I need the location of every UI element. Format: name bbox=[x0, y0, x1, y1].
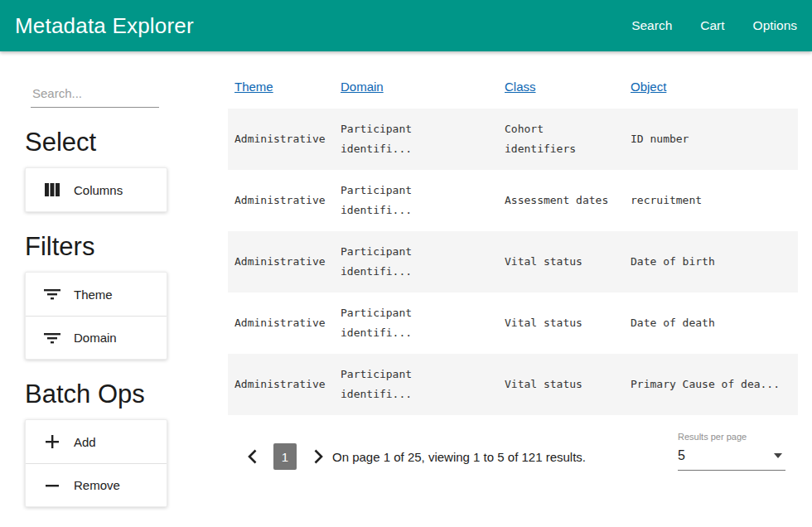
nav-cart[interactable]: Cart bbox=[700, 18, 724, 33]
filter-theme-label: Theme bbox=[74, 288, 113, 302]
table-row[interactable]: Administrative Participant identifi... A… bbox=[228, 170, 798, 231]
cell-theme: Administrative bbox=[228, 375, 334, 394]
cell-domain: Participant identifi... bbox=[334, 119, 440, 159]
columns-label: Columns bbox=[74, 183, 123, 197]
dropdown-arrow-icon bbox=[774, 453, 782, 458]
batch-add-label: Add bbox=[74, 435, 96, 449]
pagination-bar: 1 On page 1 of 25, viewing 1 to 5 of 121… bbox=[228, 430, 798, 496]
select-card: Columns bbox=[25, 167, 167, 212]
app-header: Metadata Explorer Search Cart Options bbox=[0, 0, 812, 51]
table-header-row: Theme Domain Class Object bbox=[228, 73, 798, 109]
cell-domain: Participant identifi... bbox=[334, 181, 440, 220]
cell-class: Assessment dates bbox=[498, 191, 616, 210]
cell-object: recruitment bbox=[624, 191, 798, 210]
columns-button[interactable]: Columns bbox=[26, 168, 167, 211]
results-per-page: Results per page 5 bbox=[678, 432, 785, 471]
cell-object: ID number bbox=[624, 129, 798, 149]
cell-domain: Participant identifi... bbox=[334, 303, 440, 343]
section-title-batch-ops: Batch Ops bbox=[25, 378, 167, 411]
search-input[interactable] bbox=[31, 83, 159, 108]
batch-remove-label: Remove bbox=[74, 478, 120, 492]
cell-class: Vital status bbox=[498, 375, 616, 394]
cell-domain: Participant identifi... bbox=[334, 242, 440, 282]
pagination-status: On page 1 of 25, viewing 1 to 5 of 121 r… bbox=[228, 450, 690, 464]
sort-column-domain[interactable]: Domain bbox=[334, 73, 384, 94]
nav-options[interactable]: Options bbox=[753, 18, 797, 33]
cell-class: Cohort identifiers bbox=[498, 119, 616, 159]
filters-card: Theme Domain bbox=[25, 272, 167, 360]
sidebar: Select Columns Filters Theme bbox=[25, 83, 167, 507]
cell-object: Date of death bbox=[624, 313, 798, 333]
section-title-filters: Filters bbox=[25, 230, 167, 264]
app-title: Metadata Explorer bbox=[15, 13, 194, 39]
plus-icon bbox=[42, 432, 62, 452]
section-title-select: Select bbox=[25, 126, 167, 159]
filter-theme-button[interactable]: Theme bbox=[26, 273, 167, 316]
cell-object: Primary Cause of dea... bbox=[624, 375, 798, 394]
results-per-page-label: Results per page bbox=[678, 432, 785, 442]
batch-add-button[interactable]: Add bbox=[26, 420, 167, 463]
table-row[interactable]: Administrative Participant identifi... V… bbox=[228, 354, 798, 415]
header-nav: Search Cart Options bbox=[631, 18, 797, 33]
nav-search[interactable]: Search bbox=[631, 18, 672, 33]
table-row[interactable]: Administrative Participant identifi... V… bbox=[228, 231, 798, 293]
minus-icon bbox=[42, 476, 62, 496]
sort-column-class[interactable]: Class bbox=[498, 73, 536, 94]
filter-icon bbox=[42, 284, 62, 304]
results-table: Theme Domain Class Object Administrative… bbox=[228, 73, 798, 496]
batch-ops-card: Add Remove bbox=[25, 419, 167, 507]
filter-icon bbox=[42, 328, 62, 348]
filter-domain-button[interactable]: Domain bbox=[26, 316, 167, 359]
batch-remove-button[interactable]: Remove bbox=[26, 463, 167, 506]
cell-theme: Administrative bbox=[228, 129, 334, 149]
cell-class: Vital status bbox=[498, 252, 616, 272]
filter-domain-label: Domain bbox=[74, 331, 117, 345]
cell-class: Vital status bbox=[498, 313, 616, 333]
cell-theme: Administrative bbox=[228, 191, 334, 210]
sort-column-theme[interactable]: Theme bbox=[228, 73, 273, 94]
cell-object: Date of birth bbox=[624, 252, 798, 272]
columns-icon bbox=[42, 180, 62, 200]
results-per-page-value: 5 bbox=[678, 448, 685, 463]
table-row[interactable]: Administrative Participant identifi... V… bbox=[228, 293, 798, 354]
table-row[interactable]: Administrative Participant identifi... C… bbox=[228, 109, 798, 170]
cell-domain: Participant identifi... bbox=[334, 365, 440, 404]
cell-theme: Administrative bbox=[228, 313, 334, 333]
sort-column-object[interactable]: Object bbox=[624, 73, 666, 94]
cell-theme: Administrative bbox=[228, 252, 334, 272]
results-per-page-select[interactable]: 5 bbox=[678, 448, 785, 471]
